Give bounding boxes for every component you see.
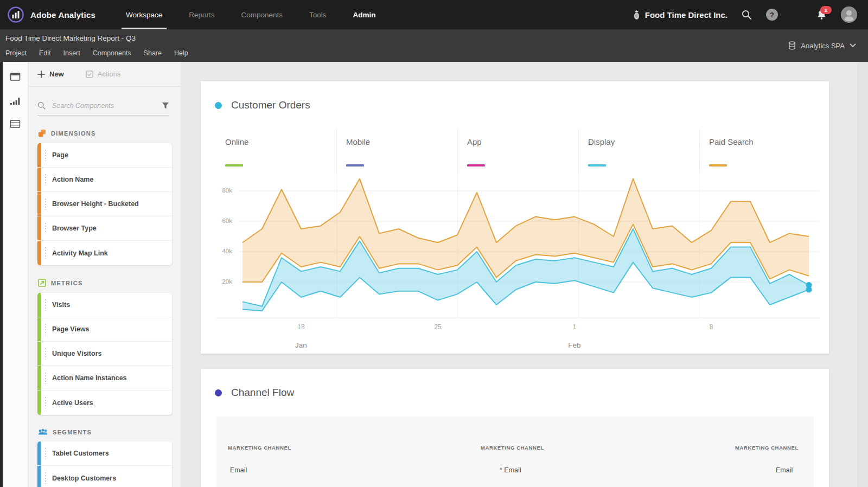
plus-icon [37,71,45,78]
app-grid-icon[interactable] [792,9,802,20]
actions-button[interactable]: Actions [86,70,121,78]
dimension-item-page[interactable]: Page [37,143,172,168]
panel-title: Channel Flow [231,387,294,399]
metric-item-page-views[interactable]: Page Views [37,317,172,342]
metric-item-active-users[interactable]: Active Users [37,390,172,415]
help-icon[interactable]: ? [766,9,778,21]
section-header-segments: SEGMENTS [38,428,173,435]
drag-handle-icon [45,198,46,210]
data-table-icon[interactable] [10,119,21,129]
flow-node-email[interactable]: Email [230,466,247,474]
nav-item-tools[interactable]: Tools [309,0,327,29]
top-nav: Adobe Analytics WorkspaceReportsComponen… [0,0,868,29]
drag-handle-icon [45,299,46,311]
dimensions-list: PageAction NameBrowser Height - Bucketed… [37,143,172,265]
legend-color-bar [588,164,606,166]
project-menu: ProjectEditInsertComponentsShareHelp [5,49,188,57]
company-name: Food Time Direct Inc. [645,10,727,20]
y-axis-label: 40k [212,248,232,254]
legend-cell-online[interactable]: Online [216,129,336,174]
channel-flow-body: MARKETING CHANNELEmailMARKETING CHANNEL*… [216,416,814,487]
nav-item-components[interactable]: Components [241,0,283,29]
legend-cell-mobile[interactable]: Mobile [336,129,457,174]
channel-flow-panel: Channel Flow MARKETING CHANNELEmailMARKE… [201,369,829,487]
dimension-item-browser-type[interactable]: Browser Type [37,216,172,241]
dimension-item-browser-height-bucketed[interactable]: Browser Height - Bucketed [37,192,172,216]
accent-bar [37,441,41,465]
notification-badge: 2 [820,6,832,14]
chevron-down-icon [850,43,856,48]
left-rail [3,62,28,487]
menu-item-help[interactable]: Help [174,49,188,57]
search-components-input[interactable] [51,101,157,110]
legend-label: Online [225,137,336,146]
metric-item-visits[interactable]: Visits [37,293,172,317]
accent-bar [37,168,41,191]
accent-bar [37,293,41,317]
item-label: Action Name Instances [52,374,127,382]
drag-handle-icon [45,324,46,335]
panel-dot [215,102,222,109]
menu-item-components[interactable]: Components [93,49,131,57]
company-switcher[interactable]: Food Time Direct Inc. [633,10,727,20]
accent-bar [37,342,41,366]
legend-cell-display[interactable]: Display [578,129,699,174]
freeform-chart-icon[interactable] [10,96,21,105]
segment-item-desktop-customers[interactable]: Desktop Customers [37,466,172,487]
vertical-scrollbar[interactable] [857,62,868,487]
drag-handle-icon [45,348,46,360]
menu-item-project[interactable]: Project [5,49,27,57]
flow-column-header: MARKETING CHANNEL [735,445,799,451]
section-label: METRICS [51,280,83,286]
flow-node-email[interactable]: * Email [500,466,521,474]
checkbox-icon [86,71,93,78]
item-label: Page Views [52,325,90,333]
filter-icon[interactable] [162,102,169,110]
nav-item-workspace[interactable]: Workspace [126,0,162,29]
legend-label: Mobile [346,137,457,146]
item-label: Activity Map Link [52,249,108,257]
y-axis-label: 20k [212,278,232,285]
avatar[interactable] [841,7,857,23]
legend-cell-app[interactable]: App [457,129,578,174]
dimension-item-action-name[interactable]: Action Name [37,168,172,192]
segment-item-tablet-customers[interactable]: Tablet Customers [37,441,172,466]
panel-icon[interactable] [10,72,21,82]
section-label: DIMENSIONS [51,130,96,137]
accent-bar [37,366,41,390]
drag-handle-icon [45,247,46,259]
sidebar-toolbar: New Actions [29,62,181,87]
metrics-icon [38,279,46,287]
search-icon[interactable] [741,9,752,21]
x-axis-month: Jan [295,341,307,349]
legend-cell-paid-search[interactable]: Paid Search [699,129,820,174]
accent-bar [37,192,41,216]
menu-item-share[interactable]: Share [144,49,162,57]
item-label: Visits [52,301,70,309]
x-axis-tick: 18 [297,323,304,331]
flow-node-email[interactable]: Email [776,466,793,474]
menu-item-edit[interactable]: Edit [39,49,51,57]
dimension-item-activity-map-link[interactable]: Activity Map Link [37,241,172,265]
drag-handle-icon [45,397,46,408]
drag-handle-icon [45,150,46,161]
metric-item-action-name-instances[interactable]: Action Name Instances [37,366,172,390]
dimensions-icon [38,129,46,137]
nav-item-admin[interactable]: Admin [353,0,376,29]
customer-orders-header: Customer Orders [215,99,310,111]
brand[interactable]: Adobe Analytics [0,6,95,23]
report-suite-selector[interactable]: Analytics SPA [788,41,856,50]
y-axis-label: 60k [212,217,232,224]
legend-color-bar [346,164,364,166]
new-button[interactable]: New [37,70,64,78]
drag-handle-icon [45,373,46,384]
nav-item-reports[interactable]: Reports [189,0,214,29]
metric-item-unique-visitors[interactable]: Unique Visitors [37,342,172,366]
report-suite-label: Analytics SPA [801,42,845,50]
drag-handle-icon [45,472,46,484]
menu-item-insert[interactable]: Insert [63,49,80,57]
x-axis-month: Feb [568,341,580,349]
notifications-bell-icon[interactable]: 2 [816,9,827,21]
flow-column-header: MARKETING CHANNEL [228,445,291,451]
segments-list: Tablet CustomersDesktop Customers [37,441,172,487]
